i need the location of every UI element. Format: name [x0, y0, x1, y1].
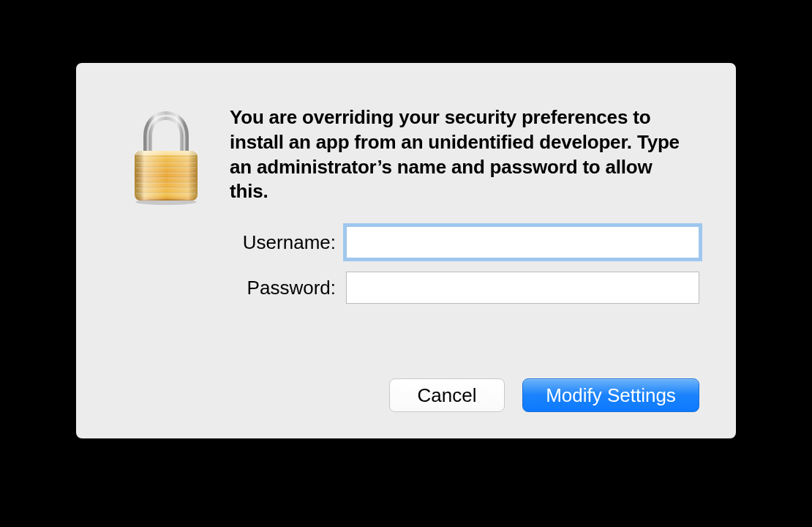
username-input[interactable] — [346, 226, 699, 258]
modify-settings-button[interactable]: Modify Settings — [522, 378, 699, 412]
lock-icon — [126, 110, 206, 205]
auth-form: Username: Password: — [230, 226, 699, 304]
username-label: Username: — [230, 231, 336, 254]
password-row: Password: — [230, 272, 699, 304]
dialog-content: You are overriding your security prefere… — [113, 92, 699, 317]
dialog-body: You are overriding your security prefere… — [230, 92, 699, 317]
svg-rect-18 — [135, 151, 198, 155]
username-row: Username: — [230, 226, 699, 258]
password-input[interactable] — [346, 272, 699, 304]
auth-dialog: You are overriding your security prefere… — [76, 63, 736, 438]
cancel-button[interactable]: Cancel — [389, 378, 505, 412]
password-label: Password: — [230, 277, 336, 299]
dialog-heading: You are overriding your security prefere… — [230, 105, 699, 204]
svg-point-19 — [135, 199, 197, 205]
dialog-buttons: Cancel Modify Settings — [389, 378, 699, 412]
